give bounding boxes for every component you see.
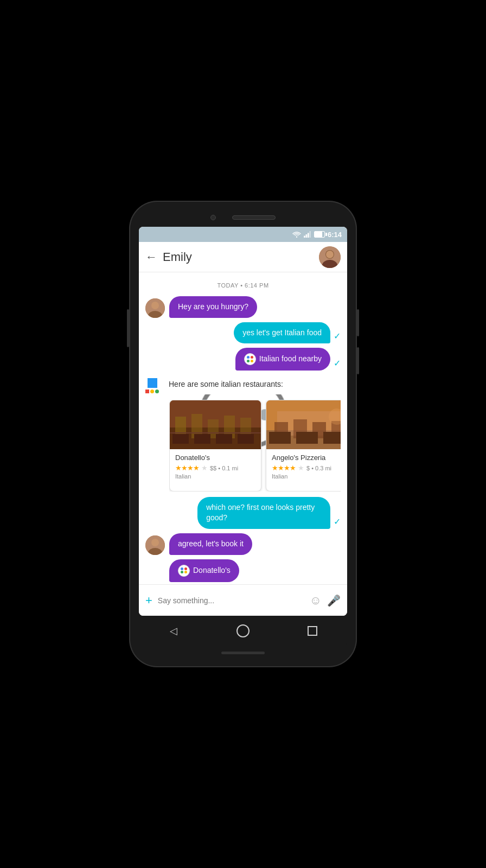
battery-icon: [314, 231, 325, 238]
message-row-1: Hey are you hungry?: [145, 296, 341, 318]
svg-rect-3: [308, 233, 309, 238]
wifi-icon: [292, 231, 301, 238]
message-row-7: Donatello's: [145, 559, 341, 582]
message-row-6: agreed, let's book it: [145, 533, 341, 555]
nav-home-button[interactable]: [232, 620, 254, 642]
read-receipt-2: ✓: [334, 331, 341, 341]
message-row-3: Italian food nearby ✓: [145, 348, 341, 371]
speaker: [232, 215, 276, 220]
signal-icon: [304, 231, 311, 238]
svg-rect-31: [269, 432, 291, 444]
message-bubble-1: Hey are you hungry?: [169, 296, 257, 318]
restaurant-cards: Donatello's ★★★★★ $$ • 0.1 mi Italian: [169, 400, 341, 492]
sender-avatar-6: [145, 535, 165, 555]
phone-top-bar: [139, 210, 347, 227]
restaurant-price-dist-2: $ • 0.3 mi: [306, 465, 331, 471]
nav-recents-button[interactable]: [302, 620, 323, 642]
chat-area: 💬 TODAY • 6:14 PM Hey are you hungry?: [139, 272, 347, 584]
assistant-color-dots: [145, 390, 159, 393]
contact-name: Emily: [163, 250, 319, 264]
restaurant-image-1: [170, 400, 261, 449]
power-button-top[interactable]: [357, 309, 359, 336]
restaurant-card-1[interactable]: Donatello's ★★★★★ $$ • 0.1 mi Italian: [169, 400, 261, 492]
assistant-icon-inline-2: [178, 565, 190, 577]
assistant-blue-dot: [148, 378, 157, 388]
svg-rect-23: [238, 434, 254, 444]
message-input[interactable]: [158, 591, 304, 610]
svg-point-0: [296, 237, 297, 238]
restaurant-cuisine-1: Italian: [175, 473, 255, 480]
phone-screen: 6:14 ← Emily 💬: [139, 227, 347, 616]
svg-point-10: [151, 302, 159, 309]
emoji-button[interactable]: ☺: [310, 593, 322, 608]
restaurant-card-2[interactable]: Angelo's Pizzeria ★★★★★ $ • 0.3 mi Itali…: [266, 400, 341, 492]
svg-point-41: [151, 539, 159, 546]
status-bar: 6:14: [139, 227, 347, 242]
restaurant-cuisine-2: Italian: [272, 473, 341, 480]
power-button-bottom[interactable]: [357, 347, 359, 374]
sender-avatar-1: [145, 298, 165, 318]
read-receipt-3: ✓: [334, 358, 341, 368]
message-row-2: yes let's get Italian food ✓: [145, 322, 341, 344]
message-bubble-3: Italian food nearby: [235, 348, 330, 371]
message-bubble-2: yes let's get Italian food: [234, 322, 330, 344]
nav-back-button[interactable]: ◁: [163, 620, 184, 642]
restaurant-image-2: [266, 400, 341, 449]
svg-rect-33: [323, 432, 341, 444]
message-bubble-7: Donatello's: [169, 559, 239, 582]
restaurant-name-1: Donatello's: [175, 454, 255, 462]
svg-rect-20: [172, 434, 189, 444]
mic-button[interactable]: 🎤: [327, 594, 341, 607]
svg-rect-22: [216, 434, 232, 444]
phone-outer: 6:14 ← Emily 💬: [129, 201, 357, 667]
restaurant-info-1: Donatello's ★★★★★ $$ • 0.1 mi Italian: [170, 449, 261, 484]
assistant-bubble: Here are some italian restaurants:: [162, 375, 290, 394]
chat-timestamp: TODAY • 6:14 PM: [145, 282, 341, 289]
assistant-icon-inline: [244, 353, 256, 365]
svg-rect-21: [194, 434, 210, 444]
message-row-5: which one? first one looks pretty good? …: [145, 497, 341, 529]
nav-bar: ◁: [139, 616, 347, 646]
svg-rect-2: [306, 234, 308, 238]
input-bar: + ☺ 🎤: [139, 584, 347, 616]
message-bubble-6: agreed, let's book it: [169, 533, 252, 555]
restaurant-stars-2: ★★★★: [272, 464, 296, 472]
restaurant-info-2: Angelo's Pizzeria ★★★★★ $ • 0.3 mi Itali…: [266, 449, 341, 484]
attach-button[interactable]: +: [145, 593, 152, 608]
status-icons: 6:14: [292, 231, 342, 239]
restaurant-stars-1: ★★★★: [175, 464, 199, 472]
status-time: 6:14: [328, 231, 342, 239]
assistant-message-row: Here are some italian restaurants:: [145, 375, 341, 394]
svg-rect-32: [296, 432, 318, 444]
svg-point-8: [326, 251, 334, 258]
read-receipt-5: ✓: [334, 516, 341, 527]
avatar-image: [319, 246, 341, 268]
app-header: ← Emily: [139, 242, 347, 272]
svg-rect-4: [309, 231, 311, 238]
home-indicator: [221, 652, 265, 654]
back-button[interactable]: ←: [145, 250, 157, 264]
restaurant-price-dist-1: $$ • 0.1 mi: [210, 465, 238, 471]
camera: [210, 215, 216, 220]
message-bubble-5: which one? first one looks pretty good?: [197, 497, 330, 529]
contact-avatar[interactable]: [319, 246, 341, 268]
svg-rect-1: [304, 236, 305, 238]
phone-bottom-bar: [139, 646, 347, 658]
restaurant-name-2: Angelo's Pizzeria: [272, 454, 341, 462]
volume-button[interactable]: [127, 309, 129, 347]
